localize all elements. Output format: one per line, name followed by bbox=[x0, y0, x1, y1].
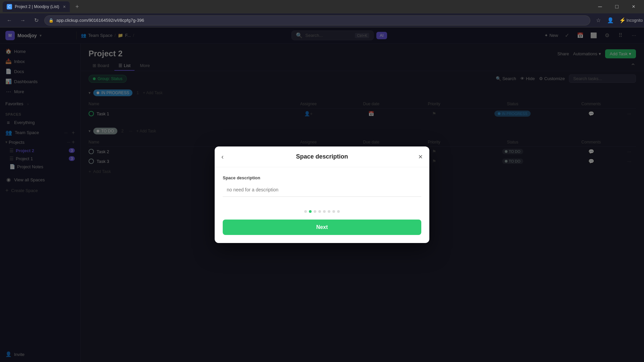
bookmark-icon[interactable]: ☆ bbox=[593, 15, 604, 26]
minimize-button[interactable]: ─ bbox=[592, 1, 608, 12]
lock-icon: 🔒 bbox=[49, 18, 54, 23]
dot-6 bbox=[328, 210, 330, 213]
browser-toolbar: ← → ↻ 🔒 app.clickup.com/9016164592/v/l/8… bbox=[0, 13, 644, 27]
active-tab[interactable]: C Project 2 | Moodjoy (List) × bbox=[3, 1, 70, 12]
window-controls: ─ □ × bbox=[592, 1, 641, 12]
back-button[interactable]: ← bbox=[4, 15, 15, 26]
dot-4 bbox=[318, 210, 321, 213]
tab-close-icon[interactable]: × bbox=[63, 4, 66, 9]
new-tab-button[interactable]: + bbox=[72, 2, 82, 11]
modal-close-button[interactable]: × bbox=[418, 153, 423, 161]
maximize-button[interactable]: □ bbox=[609, 1, 625, 12]
dot-5 bbox=[323, 210, 326, 213]
dot-3 bbox=[314, 210, 316, 213]
tab-title: Project 2 | Moodjoy (List) bbox=[15, 4, 60, 9]
app: HomeM Moodjoy ▾ 👥 Team Space / 📁 F... / … bbox=[0, 27, 644, 362]
url-text: app.clickup.com/9016164592/v/l/8cpfg7g-3… bbox=[56, 18, 144, 23]
field-label: Space description bbox=[223, 175, 421, 180]
space-description-input[interactable] bbox=[223, 183, 421, 197]
dot-8 bbox=[337, 210, 340, 213]
modal-title: Space description bbox=[223, 153, 421, 160]
modal-overlay[interactable]: ‹ Space description × Space description … bbox=[0, 27, 644, 362]
profile-icon[interactable]: 👤 bbox=[605, 15, 616, 26]
forward-button[interactable]: → bbox=[17, 15, 28, 26]
space-description-modal: ‹ Space description × Space description … bbox=[215, 146, 429, 243]
dot-2 bbox=[309, 210, 312, 213]
dot-1 bbox=[304, 210, 307, 213]
browser-titlebar: C Project 2 | Moodjoy (List) × + ─ □ × bbox=[0, 0, 644, 13]
address-bar[interactable]: 🔒 app.clickup.com/9016164592/v/l/8cpfg7g… bbox=[44, 15, 590, 25]
modal-header: ‹ Space description × bbox=[215, 146, 429, 167]
modal-body: Space description bbox=[215, 167, 429, 205]
incognito-label: Incognito bbox=[629, 15, 640, 26]
tab-favicon: C bbox=[7, 4, 12, 9]
close-button[interactable]: × bbox=[626, 1, 641, 12]
toolbar-actions: ☆ 👤 ⚡ Incognito bbox=[593, 15, 640, 26]
pagination-dots bbox=[215, 205, 429, 214]
next-button[interactable]: Next bbox=[223, 220, 421, 235]
modal-back-button[interactable]: ‹ bbox=[221, 153, 224, 161]
reload-button[interactable]: ↻ bbox=[31, 15, 42, 26]
dot-7 bbox=[332, 210, 335, 213]
modal-footer: Next bbox=[215, 214, 429, 243]
